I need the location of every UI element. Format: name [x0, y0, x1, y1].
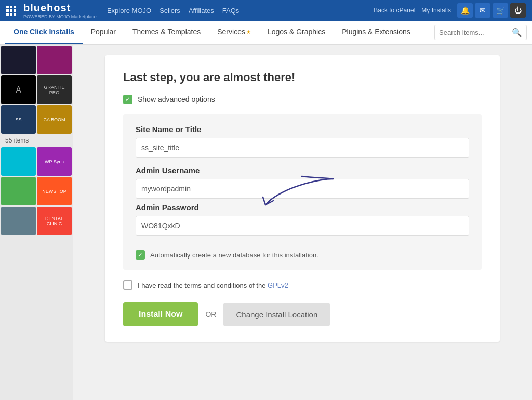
- top-bar: bluehost POWERED BY MOJO Marketplace Exp…: [0, 0, 532, 21]
- install-card: Last step, you are almost there! ✓ Show …: [105, 55, 500, 342]
- auto-db-row: ✓ Automatically create a new database fo…: [136, 250, 469, 260]
- search-icon: 🔍: [512, 28, 522, 37]
- logo[interactable]: bluehost POWERED BY MOJO Marketplace: [23, 2, 97, 19]
- tab-services[interactable]: Services ★: [209, 21, 259, 44]
- my-installs-link[interactable]: My Installs: [421, 7, 451, 14]
- nav-sellers[interactable]: Sellers: [159, 7, 180, 15]
- cart-icon[interactable]: 🛒: [493, 3, 508, 18]
- thumbnail-2[interactable]: [37, 46, 72, 74]
- thumbnail-14[interactable]: DENTALCLINIC: [37, 207, 72, 235]
- thumbnail-12[interactable]: NEWSHOP: [37, 177, 72, 205]
- top-bar-left: bluehost POWERED BY MOJO Marketplace Exp…: [6, 2, 239, 19]
- thumbnail-3[interactable]: A: [1, 75, 36, 104]
- logo-text: bluehost: [23, 2, 97, 14]
- thumbnail-9[interactable]: [1, 147, 36, 176]
- back-to-cpanel-link[interactable]: Back to cPanel: [374, 7, 415, 14]
- thumb-row-4: WP Sync: [1, 147, 72, 176]
- admin-username-label: Admin Username: [136, 166, 469, 175]
- site-name-label: Site Name or Title: [136, 125, 469, 134]
- search-input[interactable]: [439, 29, 512, 36]
- options-box: Site Name or Title Admin Username Admin …: [123, 114, 482, 270]
- thumbnail-4[interactable]: GRANITEPRO: [37, 75, 72, 104]
- or-text: OR: [205, 310, 216, 318]
- admin-password-input[interactable]: [136, 216, 469, 236]
- advanced-options-label: Show advanced options: [138, 95, 215, 104]
- count-row: 55 items: [1, 135, 72, 146]
- nav-affiliates[interactable]: Affiliates: [189, 7, 214, 15]
- content-area: Last step, you are almost there! ✓ Show …: [73, 45, 532, 400]
- nav-faqs[interactable]: FAQs: [222, 7, 240, 15]
- tab-plugins-extensions[interactable]: Plugins & Extensions: [334, 21, 419, 44]
- thumbnail-5[interactable]: SS: [1, 105, 36, 134]
- thumb-row-5: NEWSHOP: [1, 177, 72, 205]
- mail-icon[interactable]: ✉: [475, 3, 490, 18]
- top-bar-icons: 🔔 ✉ 🛒 ⏻: [457, 3, 526, 18]
- thumb-row-1: [1, 46, 72, 74]
- tab-logos-graphics[interactable]: Logos & Graphics: [259, 21, 334, 44]
- site-name-input[interactable]: [136, 138, 469, 158]
- terms-text: I have read the terms and conditions of …: [138, 281, 288, 289]
- thumbnail-11[interactable]: [1, 177, 36, 205]
- star-icon: ★: [246, 29, 251, 35]
- logo-grid-icon: [6, 6, 16, 16]
- search-area[interactable]: 🔍: [434, 25, 527, 40]
- thumbnail-6[interactable]: CA BOOM: [37, 105, 72, 134]
- thumb-row-6: DENTALCLINIC: [1, 207, 72, 235]
- tab-popular[interactable]: Popular: [83, 21, 124, 44]
- auto-db-checkbox[interactable]: ✓: [136, 250, 145, 260]
- thumbnail-13[interactable]: [1, 207, 36, 235]
- action-row: Install Now OR Change Install Location: [123, 302, 482, 326]
- auto-db-label: Automatically create a new database for …: [150, 251, 318, 259]
- card-title: Last step, you are almost there!: [123, 71, 482, 84]
- thumbnail-1[interactable]: [1, 46, 36, 74]
- tab-one-click-installs[interactable]: One Click Installs: [5, 21, 83, 44]
- nav-tabs: One Click Installs Popular Themes & Temp…: [5, 21, 419, 44]
- terms-checkbox[interactable]: [123, 280, 132, 290]
- terms-row: I have read the terms and conditions of …: [123, 280, 482, 290]
- top-bar-right: Back to cPanel My Installs 🔔 ✉ 🛒 ⏻: [374, 3, 526, 18]
- admin-username-input[interactable]: [136, 179, 469, 199]
- main-layout: A GRANITEPRO SS CA BOOM 55 items WP Sync…: [0, 45, 532, 400]
- advanced-options-row: ✓ Show advanced options: [123, 95, 482, 104]
- count-text: 55 items: [5, 137, 29, 144]
- logo-sub: POWERED BY MOJO Marketplace: [23, 14, 97, 19]
- power-icon[interactable]: ⏻: [510, 3, 526, 18]
- gplv2-link[interactable]: GPLv2: [268, 281, 288, 289]
- second-nav: One Click Installs Popular Themes & Temp…: [0, 21, 532, 45]
- advanced-options-checkbox[interactable]: ✓: [123, 95, 132, 104]
- install-now-button[interactable]: Install Now: [123, 302, 198, 326]
- top-nav-links: Explore MOJO Sellers Affiliates FAQs: [107, 7, 239, 15]
- tab-themes-templates[interactable]: Themes & Templates: [124, 21, 209, 44]
- notification-icon[interactable]: 🔔: [457, 3, 473, 18]
- admin-username-area: [136, 179, 469, 199]
- nav-explore[interactable]: Explore MOJO: [107, 7, 151, 15]
- thumb-row-3: SS CA BOOM: [1, 105, 72, 134]
- change-install-location-button[interactable]: Change Install Location: [223, 303, 330, 326]
- thumb-row-2: A GRANITEPRO: [1, 75, 72, 104]
- sidebar: A GRANITEPRO SS CA BOOM 55 items WP Sync…: [0, 45, 73, 400]
- admin-password-label: Admin Password: [136, 203, 469, 212]
- thumbnail-10[interactable]: WP Sync: [37, 147, 72, 176]
